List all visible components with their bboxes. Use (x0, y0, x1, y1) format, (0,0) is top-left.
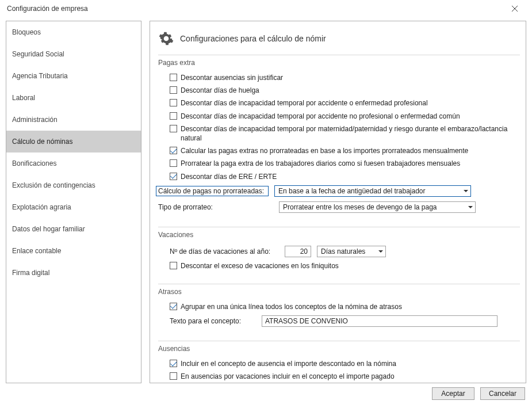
select-calculo-pagas-no-prorrateadas[interactable]: En base a la fecha de antigüedad del tra… (274, 185, 471, 197)
sidebar-item-explotacion-agraria[interactable]: Explotación agraria (6, 196, 141, 218)
sidebar-item-administracion[interactable]: Administración (6, 109, 141, 131)
page-header: Configuraciones para el cálculo de nómir (158, 27, 520, 55)
sidebar-item-bloqueos[interactable]: Bloqueos (6, 21, 141, 43)
section-pagas-extra: Pagas extra Descontar ausencias sin just… (158, 55, 520, 221)
checkbox-it-maternidad[interactable] (170, 125, 177, 132)
label-texto-concepto-atrasos: Texto para el concepto: (170, 317, 256, 325)
label-calculo-pagas-no-prorrateadas: Cálculo de pagas no prorrateadas: (156, 186, 269, 196)
gear-icon (158, 30, 174, 47)
select-value-tipo-dias-vacaciones: Días naturales (321, 247, 365, 256)
checkbox-it-accidente-no-profesional[interactable] (170, 112, 177, 120)
select-value-calculo-pagas: En base a la fecha de antigüedad del tra… (278, 187, 426, 195)
titlebar: Configuración de empresa (0, 0, 532, 17)
label-tipo-prorrateo: Tipo de prorrateo: (158, 203, 273, 211)
sidebar-item-bonificaciones[interactable]: Bonificaciones (6, 152, 141, 174)
input-texto-concepto-atrasos[interactable] (262, 315, 497, 327)
accept-button[interactable]: Aceptar (432, 387, 474, 400)
section-title-ausencias: Ausencias (158, 344, 520, 357)
sidebar-item-laboral[interactable]: Laboral (6, 87, 141, 109)
label-dias-vacaciones: Nº de días de vacaciones al año: (170, 247, 279, 256)
select-tipo-prorrateo[interactable]: Prorratear entre los meses de devengo de… (279, 201, 476, 213)
label-it-accidente-no-profesional: Descontar días de incapacidad temporal p… (181, 112, 520, 121)
label-ausencias-vacaciones-importe: En ausencias por vacaciones incluir en e… (181, 372, 520, 381)
chevron-down-icon (464, 190, 468, 192)
input-dias-vacaciones[interactable] (285, 246, 311, 257)
sidebar-item-exclusion-contingencias[interactable]: Exclusión de contingencias (6, 174, 141, 196)
checkbox-ausencias-vacaciones-importe[interactable] (170, 372, 177, 380)
sidebar-item-seguridad-social[interactable]: Seguridad Social (6, 43, 141, 65)
close-icon (512, 6, 518, 12)
select-value-tipo-prorrateo: Prorratear entre los meses de devengo de… (283, 203, 437, 211)
cancel-button[interactable]: Cancelar (480, 387, 525, 400)
content-scroll[interactable]: Configuraciones para el cálculo de nómir… (150, 21, 526, 383)
label-it-maternidad: Descontar días de incapacidad temporal p… (181, 124, 520, 143)
select-tipo-dias-vacaciones[interactable]: Días naturales (317, 246, 386, 257)
content-panel: Configuraciones para el cálculo de nómir… (150, 21, 526, 383)
section-ausencias: Ausencias Incluir en el concepto de ause… (158, 341, 520, 383)
checkbox-calcular-pagas-extras[interactable] (170, 147, 177, 154)
sidebar-item-agencia-tributaria[interactable]: Agencia Tributaria (6, 65, 141, 87)
label-it-accidente-profesional: Descontar días de incapacidad temporal p… (181, 98, 520, 108)
section-title-pagas-extra: Pagas extra (158, 58, 520, 71)
section-title-atrasos: Atrasos (158, 287, 520, 300)
sidebar-item-firma-digital[interactable]: Firma digital (6, 262, 141, 284)
chevron-down-icon (378, 250, 383, 253)
checkbox-it-accidente-profesional[interactable] (170, 99, 177, 106)
checkbox-prorratear-diarios[interactable] (170, 159, 177, 167)
section-vacaciones: Vacaciones Nº de días de vacaciones al a… (158, 227, 520, 278)
label-prorratear-diarios: Prorratear la paga extra de los trabajad… (181, 159, 520, 168)
sidebar-item-datos-hogar[interactable]: Datos del hogar familiar (6, 218, 141, 240)
label-calcular-pagas-extras: Calcular las pagas extras no prorrateada… (181, 146, 520, 155)
sidebar-item-calculo-nominas[interactable]: Cálculo de nóminas (6, 131, 141, 152)
label-agrupar-atrasos: Agrupar en una única línea todos los con… (181, 302, 520, 311)
section-title-vacaciones: Vacaciones (158, 230, 520, 243)
window-title: Configuración de empresa (7, 5, 88, 13)
label-exceso-vacaciones: Descontar el exceso de vacaciones en los… (181, 261, 520, 270)
checkbox-exceso-vacaciones[interactable] (170, 262, 177, 269)
sidebar: Bloqueos Seguridad Social Agencia Tribut… (6, 21, 141, 383)
label-incluir-importe-ausencia: Incluir en el concepto de ausencia el im… (181, 359, 520, 368)
checkbox-agrupar-atrasos[interactable] (170, 303, 177, 310)
close-button[interactable] (503, 0, 526, 17)
dialog-body: Bloqueos Seguridad Social Agencia Tribut… (0, 17, 532, 383)
page-title: Configuraciones para el cálculo de nómir (180, 34, 326, 43)
label-ausencias-sin-justificar: Descontar ausencias sin justificar (181, 73, 520, 82)
checkbox-incluir-importe-ausencia[interactable] (170, 360, 177, 367)
sidebar-item-enlace-contable[interactable]: Enlace contable (6, 240, 141, 262)
checkbox-ere-erte[interactable] (170, 173, 177, 180)
label-ere-erte: Descontar días de ERE / ERTE (181, 172, 520, 181)
checkbox-dias-huelga[interactable] (170, 86, 177, 94)
chevron-down-icon (468, 206, 473, 208)
label-dias-huelga: Descontar días de huelga (181, 86, 520, 95)
dialog-buttons: Aceptar Cancelar (0, 383, 532, 404)
checkbox-ausencias-sin-justificar[interactable] (170, 74, 177, 81)
section-atrasos: Atrasos Agrupar en una única línea todos… (158, 284, 520, 335)
